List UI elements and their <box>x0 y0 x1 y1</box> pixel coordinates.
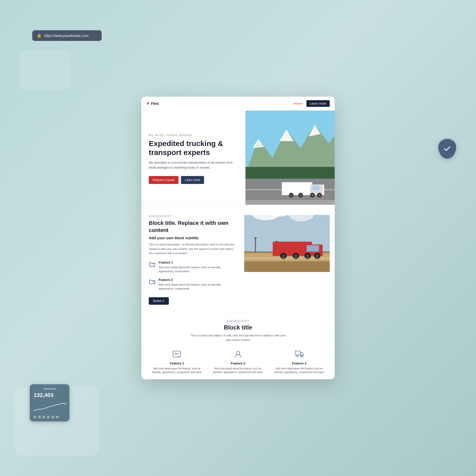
nav-learn-more-button[interactable]: Learn more <box>306 100 330 107</box>
svg-rect-26 <box>244 261 330 272</box>
block-subtitle: Add your own block subtitle <box>149 236 234 240</box>
hero-image-placeholder <box>245 111 335 205</box>
lock-icon: 🔒 <box>37 33 42 38</box>
grid-feature-2-title: Feature 2 <box>210 361 266 365</box>
svg-rect-9 <box>282 182 312 195</box>
feature-2-title: Feature 2 <box>159 278 234 282</box>
bottom-superscript: SUPERSCRIPT <box>149 320 327 323</box>
svg-rect-29 <box>255 238 256 252</box>
svg-point-48 <box>296 355 298 357</box>
feature-scene-svg <box>244 215 330 272</box>
grid-feature-2-desc: Add more detail about this feature, such… <box>210 367 266 374</box>
svg-point-43 <box>316 255 319 258</box>
bottom-section: SUPERSCRIPT Block title This is a block … <box>141 312 335 379</box>
hero-superscript: WE MOVE THINGS AROUND <box>149 134 238 137</box>
svg-point-46 <box>236 351 240 355</box>
svg-rect-35 <box>307 245 319 252</box>
feature-1-icon <box>149 261 156 268</box>
grid-feature-1-title: Feature 1 <box>149 361 205 365</box>
block-title: Block title. Replace it with own content <box>149 220 234 234</box>
hero-content: WE MOVE THINGS AROUND Expedited trucking… <box>141 111 245 205</box>
feature-1-desc: Add more detail about this feature, such… <box>159 265 234 273</box>
site-nav: ✳ Flint Home Learn more <box>141 97 335 111</box>
feature-section: SUPERSCRIPT Block title. Replace it with… <box>141 205 335 312</box>
chart-dots <box>34 416 65 418</box>
grid-feature-3-icon <box>294 349 304 359</box>
feature-content: SUPERSCRIPT Block title. Replace it with… <box>141 215 242 305</box>
browser-frame: ✳ Flint Home Learn more WE MOVE THINGS A… <box>141 97 335 379</box>
block-description: This is a block description. To edit thi… <box>149 242 234 256</box>
svg-rect-45 <box>173 351 180 357</box>
shield-badge <box>438 139 456 159</box>
feature-item-1: Feature 1 Add more detail about this fea… <box>149 261 234 273</box>
feature-image-placeholder <box>244 215 330 272</box>
svg-point-16 <box>299 194 302 196</box>
svg-rect-47 <box>295 351 301 355</box>
button-2[interactable]: Button 2 <box>149 297 169 305</box>
hero-section: WE MOVE THINGS AROUND Expedited trucking… <box>141 111 335 205</box>
logo-icon: ✳ <box>146 101 149 106</box>
site-logo: ✳ Flint <box>146 101 159 106</box>
hero-image <box>245 111 335 205</box>
grid-feature-3: Feature 3 Add more detail about this fea… <box>271 349 327 374</box>
svg-rect-12 <box>312 186 319 190</box>
grid-feature-3-desc: Add more detail about this feature, such… <box>271 367 327 374</box>
logo-text: Flint <box>151 101 159 106</box>
grid-feature-1: Feature 1 Add more detail about this fea… <box>149 349 205 374</box>
hero-scene-svg <box>245 111 335 200</box>
block-superscript: SUPERSCRIPT <box>149 215 234 218</box>
svg-point-20 <box>318 194 321 196</box>
feature-2-text: Feature 2 Add more detail about this fea… <box>159 278 234 291</box>
grid-feature-2: Feature 2 Add more detail about this fea… <box>210 349 266 374</box>
svg-rect-30 <box>254 238 257 238</box>
grid-feature-1-desc: Add more detail about this feature, such… <box>149 367 205 374</box>
svg-point-41 <box>306 255 309 258</box>
hero-description: We specialize in cross-border transporta… <box>149 160 238 170</box>
chart-svg <box>34 402 66 412</box>
feature-2-desc: Add more detail about this feature, such… <box>159 283 234 291</box>
svg-rect-6 <box>245 167 335 178</box>
grid-feature-1-icon <box>172 349 182 359</box>
svg-point-14 <box>290 194 292 196</box>
nav-links: Home Learn more <box>294 100 330 107</box>
svg-point-39 <box>295 255 298 258</box>
bg-shape-2 <box>20 50 69 89</box>
svg-point-18 <box>311 194 313 196</box>
features-grid: Feature 1 Add more detail about this fea… <box>149 349 327 374</box>
hero-title: Expedited trucking & transport experts <box>149 139 238 157</box>
svg-point-0 <box>65 403 66 405</box>
svg-point-37 <box>282 255 285 258</box>
bottom-title: Block title <box>149 324 327 331</box>
stats-card: 132,403 <box>30 384 69 421</box>
grid-feature-2-icon <box>233 349 243 359</box>
hero-buttons: Request a quote Learn more <box>149 176 238 184</box>
hero-learn-more-button[interactable]: Learn more <box>181 176 204 184</box>
feature-1-title: Feature 1 <box>159 261 234 264</box>
feature-item-2: Feature 2 Add more detail about this fea… <box>149 278 234 291</box>
feature-image <box>242 215 335 305</box>
nav-home-link[interactable]: Home <box>294 102 302 105</box>
url-bar[interactable]: 🔒 https://www.yourdomain.com <box>32 30 102 41</box>
bottom-description: This is a block description. To edit, cl… <box>188 333 288 342</box>
drag-handle <box>43 388 56 389</box>
url-text: https://www.yourdomain.com <box>44 34 89 38</box>
request-quote-button[interactable]: Request a quote <box>149 176 178 184</box>
feature-2-icon <box>149 278 156 285</box>
svg-rect-44 <box>244 258 330 259</box>
feature-1-text: Feature 1 Add more detail about this fea… <box>159 261 234 273</box>
stat-number: 132,403 <box>34 392 65 398</box>
grid-feature-3-title: Feature 3 <box>271 361 327 365</box>
